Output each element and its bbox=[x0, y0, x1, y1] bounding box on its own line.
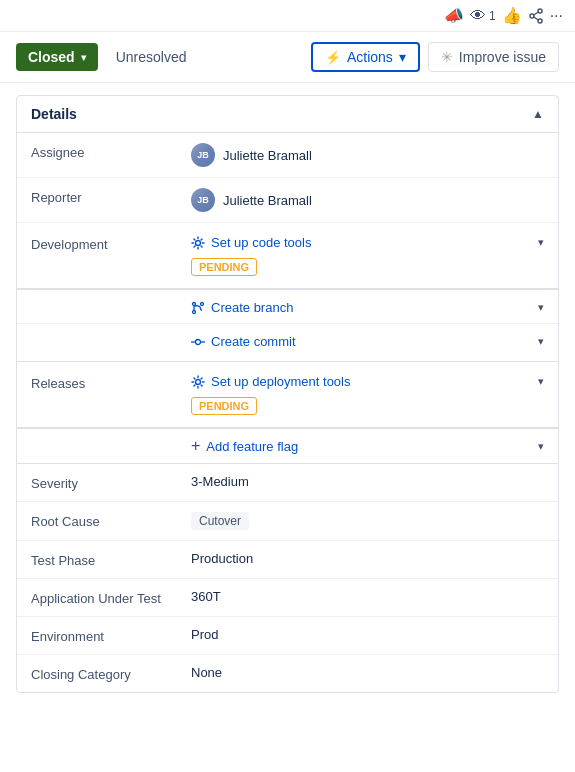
development-label: Development bbox=[31, 231, 191, 252]
create-commit-row: Create commit ▾ bbox=[191, 330, 544, 353]
test-phase-label: Test Phase bbox=[31, 551, 191, 568]
closing-category-label: Closing Category bbox=[31, 665, 191, 682]
severity-value: 3-Medium bbox=[191, 474, 544, 489]
share-icon[interactable] bbox=[528, 8, 544, 24]
app-under-test-value: 360T bbox=[191, 589, 544, 604]
setup-code-tools-row: Set up code tools ▾ bbox=[191, 231, 544, 254]
svg-point-2 bbox=[530, 14, 534, 18]
create-branch-label: Create branch bbox=[211, 300, 293, 315]
assignee-value: JB Juliette Bramall bbox=[191, 143, 544, 167]
create-commit-link[interactable]: Create commit bbox=[191, 334, 296, 349]
setup-deployment-label: Set up deployment tools bbox=[211, 374, 350, 389]
closed-button[interactable]: Closed ▾ bbox=[16, 43, 98, 71]
environment-label: Environment bbox=[31, 627, 191, 644]
details-collapse-icon[interactable]: ▲ bbox=[532, 107, 544, 121]
reporter-row: Reporter JB Juliette Bramall bbox=[17, 178, 558, 223]
create-branch-section: Create branch ▾ bbox=[17, 290, 558, 324]
unresolved-label: Unresolved bbox=[116, 49, 187, 65]
svg-line-3 bbox=[533, 12, 537, 15]
action-bar: Closed ▾ Unresolved ⚡ Actions ▾ ✳ Improv… bbox=[0, 32, 575, 83]
watch-eye-icon: 👁 bbox=[470, 7, 486, 25]
deployment-gear-icon bbox=[191, 375, 205, 389]
add-feature-flag-label: Add feature flag bbox=[206, 439, 298, 454]
create-branch-chevron-icon[interactable]: ▾ bbox=[538, 301, 544, 314]
environment-value: Prod bbox=[191, 627, 544, 642]
details-panel: Details ▲ Assignee JB Juliette Bramall R… bbox=[16, 95, 559, 693]
severity-row: Severity 3-Medium bbox=[17, 464, 558, 502]
gear-icon bbox=[191, 236, 205, 250]
setup-deployment-chevron-icon[interactable]: ▾ bbox=[538, 375, 544, 388]
branch-icon bbox=[191, 301, 205, 315]
releases-pending-label: PENDING bbox=[191, 397, 257, 415]
feature-flag-chevron-icon[interactable]: ▾ bbox=[538, 440, 544, 453]
svg-line-4 bbox=[533, 16, 537, 19]
releases-content: Set up deployment tools ▾ PENDING bbox=[191, 370, 544, 419]
releases-section: Releases Set up deployment tools ▾ PENDI… bbox=[17, 362, 558, 428]
test-phase-value: Production bbox=[191, 551, 544, 566]
test-phase-row: Test Phase Production bbox=[17, 541, 558, 579]
root-cause-label: Root Cause bbox=[31, 512, 191, 529]
svg-point-5 bbox=[196, 240, 201, 245]
svg-point-9 bbox=[196, 339, 201, 344]
closed-chevron-icon: ▾ bbox=[81, 52, 86, 63]
setup-deployment-link[interactable]: Set up deployment tools bbox=[191, 374, 350, 389]
reporter-initials: JB bbox=[197, 195, 209, 205]
assignee-row: Assignee JB Juliette Bramall bbox=[17, 133, 558, 178]
assignee-name: Juliette Bramall bbox=[223, 148, 312, 163]
create-commit-section: Create commit ▾ bbox=[17, 324, 558, 362]
thumbs-up-icon[interactable]: 👍 bbox=[502, 6, 522, 25]
closed-label: Closed bbox=[28, 49, 75, 65]
app-under-test-row: Application Under Test 360T bbox=[17, 579, 558, 617]
svg-point-1 bbox=[538, 19, 542, 23]
reporter-name: Juliette Bramall bbox=[223, 193, 312, 208]
commit-icon bbox=[191, 335, 205, 349]
lightning-icon: ⚡ bbox=[325, 50, 341, 65]
improve-label: Improve issue bbox=[459, 49, 546, 65]
environment-row: Environment Prod bbox=[17, 617, 558, 655]
root-cause-row: Root Cause Cutover bbox=[17, 502, 558, 541]
setup-code-tools-link[interactable]: Set up code tools bbox=[191, 235, 311, 250]
reporter-avatar-row: JB Juliette Bramall bbox=[191, 188, 544, 212]
assignee-initials: JB bbox=[197, 150, 209, 160]
root-cause-tag: Cutover bbox=[191, 512, 249, 530]
releases-pending-badge: PENDING bbox=[191, 393, 544, 419]
svg-point-0 bbox=[538, 9, 542, 13]
create-commit-label: Create commit bbox=[211, 334, 296, 349]
actions-label: Actions bbox=[347, 49, 393, 65]
releases-row: Releases Set up deployment tools ▾ PENDI… bbox=[31, 370, 544, 419]
feature-flag-section: + Add feature flag ▾ bbox=[17, 429, 558, 464]
setup-code-chevron-icon[interactable]: ▾ bbox=[538, 236, 544, 249]
watch-icon[interactable]: 👁 1 bbox=[470, 7, 496, 25]
create-branch-row: Create branch ▾ bbox=[191, 296, 544, 319]
setup-code-pending-badge: PENDING bbox=[191, 254, 544, 280]
reporter-avatar: JB bbox=[191, 188, 215, 212]
releases-label: Releases bbox=[31, 370, 191, 391]
toolbar-icons: 📣 👁 1 👍 ··· bbox=[444, 6, 563, 25]
actions-chevron-icon: ▾ bbox=[399, 49, 406, 65]
reporter-label: Reporter bbox=[31, 188, 191, 205]
svg-point-12 bbox=[196, 379, 201, 384]
create-commit-chevron-icon[interactable]: ▾ bbox=[538, 335, 544, 348]
development-row: Development Set up code tools ▾ PENDING bbox=[31, 231, 544, 280]
details-header[interactable]: Details ▲ bbox=[17, 96, 558, 133]
top-toolbar: 📣 👁 1 👍 ··· bbox=[0, 0, 575, 32]
assignee-label: Assignee bbox=[31, 143, 191, 160]
sparkle-icon: ✳ bbox=[441, 49, 453, 65]
watch-count: 1 bbox=[489, 9, 496, 23]
add-feature-flag-link[interactable]: + Add feature flag bbox=[191, 437, 298, 455]
closing-category-value: None bbox=[191, 665, 544, 680]
unresolved-button[interactable]: Unresolved bbox=[106, 43, 197, 71]
root-cause-value: Cutover bbox=[191, 512, 544, 530]
more-icon[interactable]: ··· bbox=[550, 7, 563, 25]
setup-code-tools-label: Set up code tools bbox=[211, 235, 311, 250]
create-branch-link[interactable]: Create branch bbox=[191, 300, 293, 315]
assignee-avatar-row: JB Juliette Bramall bbox=[191, 143, 544, 167]
improve-button[interactable]: ✳ Improve issue bbox=[428, 42, 559, 72]
severity-label: Severity bbox=[31, 474, 191, 491]
megaphone-icon[interactable]: 📣 bbox=[444, 6, 464, 25]
details-title: Details bbox=[31, 106, 77, 122]
actions-button[interactable]: ⚡ Actions ▾ bbox=[311, 42, 420, 72]
development-section: Development Set up code tools ▾ PENDING bbox=[17, 223, 558, 289]
plus-icon: + bbox=[191, 437, 200, 455]
pending-label: PENDING bbox=[191, 258, 257, 276]
